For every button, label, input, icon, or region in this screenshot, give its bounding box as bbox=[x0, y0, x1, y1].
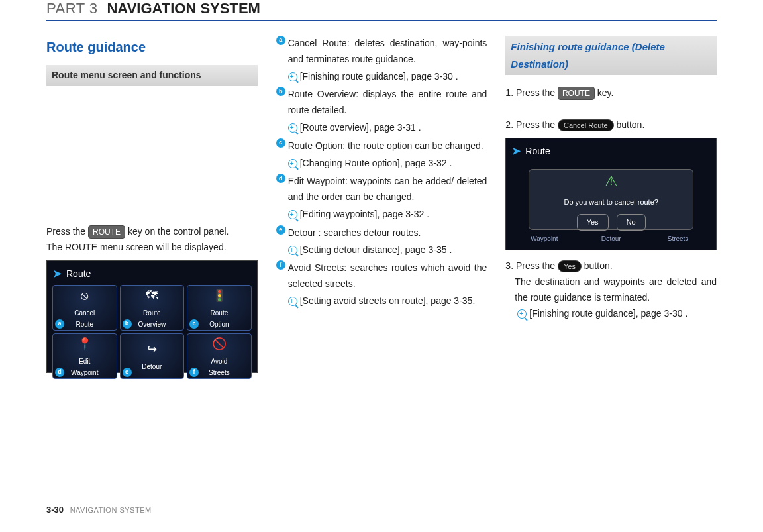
item-text: Edit Waypoint: waypoints can be added/ d… bbox=[288, 174, 487, 205]
bullet-f: f bbox=[276, 260, 285, 270]
subsection-heading: Finishing route guidance (Delete Destina… bbox=[505, 36, 717, 75]
item-text: Cancel Route: deletes destination, way-p… bbox=[288, 36, 487, 68]
magnifier-icon bbox=[288, 72, 297, 81]
dialog-text: Do you want to cancel route? bbox=[564, 196, 658, 209]
reference: [Setting avoid streets on route], page 3… bbox=[276, 293, 487, 309]
ghost-waypoint: Waypoint bbox=[513, 233, 576, 244]
col-2: aCancel Route: deletes destination, way-… bbox=[276, 36, 487, 386]
item-text: Route Overview: displays the entire rout… bbox=[288, 87, 487, 119]
magnifier-icon bbox=[288, 123, 297, 133]
ghost-row: Waypoint Detour Streets bbox=[513, 233, 709, 244]
paragraph: The ROUTE menu screen will be displayed. bbox=[46, 240, 258, 256]
reference: [Finishing route guidance], page 3-30 . bbox=[276, 69, 487, 85]
page-number: 3-30 bbox=[46, 505, 64, 515]
ref-text: [Finishing route guidance], page 3-30 . bbox=[300, 71, 458, 81]
cell-edit-waypoint: 📍Edit Waypointd bbox=[52, 333, 117, 379]
tag-b: b bbox=[123, 319, 132, 329]
option-icon: 🚦 bbox=[212, 286, 227, 306]
list-item: bRoute Overview: displays the entire rou… bbox=[276, 87, 487, 119]
avoid-icon: 🚫 bbox=[212, 334, 227, 354]
list-item: dEdit Waypoint: waypoints can be added/ … bbox=[276, 174, 487, 205]
text: 2. Press the bbox=[505, 119, 558, 130]
overview-icon: 🗺 bbox=[146, 286, 158, 306]
reference: [Editing waypoints], page 3-32 . bbox=[276, 207, 487, 223]
paragraph: Press the ROUTE key on the control panel… bbox=[46, 224, 258, 240]
tag-c: c bbox=[189, 319, 199, 329]
ref-text: [Finishing route guidance], page 3-30 . bbox=[529, 308, 687, 319]
dialog-box: ⚠ Do you want to cancel route? Yes No bbox=[529, 169, 693, 230]
cell-route-overview: 🗺Route Overviewb bbox=[120, 285, 185, 331]
ref-text: [Changing Route option], page 3-32 . bbox=[300, 158, 452, 168]
text: button. bbox=[614, 119, 645, 130]
page-header: PART 3 NAVIGATION SYSTEM bbox=[46, 0, 717, 21]
ref-text: [Editing waypoints], page 3-32 . bbox=[300, 209, 429, 219]
ref-text: [Setting avoid streets on route], page 3… bbox=[300, 295, 476, 306]
screenshot-title: Route bbox=[66, 266, 91, 282]
waypoint-icon: 📍 bbox=[77, 334, 92, 354]
tag-e: e bbox=[123, 368, 132, 377]
chapter-title: NAVIGATION SYSTEM bbox=[107, 0, 260, 17]
tag-d: d bbox=[55, 368, 64, 377]
no-button: No bbox=[617, 214, 646, 231]
magnifier-icon bbox=[288, 210, 297, 219]
step-3: 3. Press the Yes button. bbox=[505, 258, 717, 274]
bullet-b: b bbox=[276, 87, 285, 96]
item-text: Avoid Streets: searches routes which avo… bbox=[288, 260, 487, 292]
col-1: Route guidance Route menu screen and fun… bbox=[46, 36, 258, 386]
ref-text: [Route overview], page 3-31 . bbox=[300, 122, 421, 133]
subsection-heading: Route menu screen and functions bbox=[46, 65, 258, 86]
cell-route-option: 🚦Route Optionc bbox=[187, 285, 252, 331]
cancel-icon: ⦸ bbox=[81, 286, 88, 306]
question-icon: ⚠ bbox=[605, 169, 618, 193]
item-text: Detour : searches detour routes. bbox=[288, 225, 487, 241]
text: button. bbox=[582, 260, 613, 271]
magnifier-icon bbox=[288, 159, 297, 168]
reference: [Changing Route option], page 3-32 . bbox=[276, 156, 487, 172]
route-key: ROUTE bbox=[558, 87, 595, 100]
bullet-e: e bbox=[276, 225, 285, 235]
part-label: PART 3 bbox=[46, 0, 98, 17]
magnifier-icon bbox=[288, 246, 297, 255]
reference: [Setting detour distance], page 3-35 . bbox=[276, 242, 487, 258]
tag-a: a bbox=[55, 319, 64, 329]
screenshot-title: Route bbox=[525, 144, 550, 160]
reference: [Finishing route guidance], page 3-30 . bbox=[505, 306, 717, 322]
step-2: 2. Press the Cancel Route button. bbox=[505, 117, 717, 133]
route-key: ROUTE bbox=[88, 225, 125, 239]
magnifier-icon bbox=[288, 297, 297, 306]
list-item: cRoute Option: the route option can be c… bbox=[276, 138, 487, 154]
cell-cancel-route: ⦸Cancel Routea bbox=[52, 285, 117, 331]
columns: Route guidance Route menu screen and fun… bbox=[46, 36, 717, 386]
route-menu-screenshot: ➤ Route ⦸Cancel Routea 🗺Route Overviewb … bbox=[46, 260, 258, 373]
yes-button-label: Yes bbox=[558, 260, 582, 272]
list-item: fAvoid Streets: searches routes which av… bbox=[276, 260, 487, 292]
magnifier-icon bbox=[517, 309, 527, 319]
cell-label: Detour bbox=[142, 361, 162, 372]
bullet-d: d bbox=[276, 174, 285, 183]
bullet-a: a bbox=[276, 36, 285, 45]
cell-label: Route Overview bbox=[138, 307, 166, 330]
footer-title: NAVIGATION SYSTEM bbox=[70, 506, 152, 514]
ref-text: [Setting detour distance], page 3-35 . bbox=[300, 244, 452, 255]
step-3-desc: The destination and waypoints are delete… bbox=[505, 274, 717, 306]
nav-arrow-icon: ➤ bbox=[52, 264, 62, 284]
page-footer: 3-30 NAVIGATION SYSTEM bbox=[46, 505, 152, 515]
reference: [Route overview], page 3-31 . bbox=[276, 120, 487, 136]
nav-arrow-icon: ➤ bbox=[511, 141, 521, 162]
list-item: aCancel Route: deletes destination, way-… bbox=[276, 36, 487, 68]
section-heading: Route guidance bbox=[46, 36, 258, 58]
dialog-buttons: Yes No bbox=[577, 214, 646, 231]
text: 3. Press the bbox=[505, 260, 558, 271]
ghost-streets: Streets bbox=[646, 233, 709, 244]
ghost-detour: Detour bbox=[580, 233, 642, 244]
screenshot-header: ➤ Route bbox=[506, 138, 716, 164]
text: Press the bbox=[46, 226, 88, 237]
bullet-c: c bbox=[276, 138, 285, 148]
cancel-route-button: Cancel Route bbox=[558, 119, 614, 131]
screenshot-grid: ⦸Cancel Routea 🗺Route Overviewb 🚦Route O… bbox=[52, 285, 252, 367]
screenshot-header: ➤ Route bbox=[47, 261, 257, 287]
cell-label: Cancel Route bbox=[74, 307, 95, 330]
text: key on the control panel. bbox=[125, 226, 229, 237]
text: 1. Press the bbox=[505, 87, 558, 98]
item-text: Route Option: the route option can be ch… bbox=[288, 138, 487, 154]
